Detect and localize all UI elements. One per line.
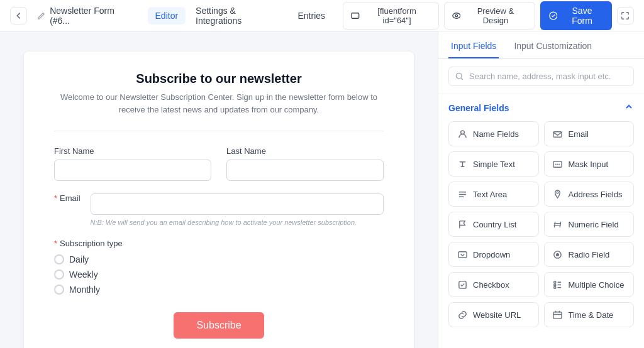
subscription-label: * Subscription type <box>54 239 384 248</box>
field-btn-website-url[interactable]: Website URL <box>448 302 539 327</box>
radio-weekly[interactable]: Weekly <box>54 269 384 280</box>
textarea-icon <box>457 188 468 200</box>
radio-circle-monthly <box>54 285 64 295</box>
save-label: Save Form <box>561 6 602 26</box>
svg-rect-9 <box>458 251 466 257</box>
subscription-label-text: Subscription type <box>60 239 123 248</box>
field-btn-multiple-choice[interactable]: Multiple Choice <box>544 272 635 297</box>
svg-point-5 <box>460 130 464 134</box>
expand-button[interactable] <box>617 7 634 24</box>
topbar-nav: Editor Settings & Integrations Entries <box>148 2 333 30</box>
text-icon <box>457 158 468 170</box>
panel-search-area <box>438 59 644 94</box>
radio-weekly-label: Weekly <box>69 269 98 280</box>
field-label: Name Fields <box>473 129 519 139</box>
svg-point-1 <box>452 13 460 18</box>
field-label: Email <box>569 129 589 139</box>
field-btn-checkbox[interactable]: Checkbox <box>448 272 539 297</box>
topbar: Newsletter Form (#6... Editor Settings &… <box>0 0 644 31</box>
form-divider <box>54 131 384 131</box>
radio-monthly[interactable]: Monthly <box>54 285 384 295</box>
dropdown-icon <box>457 249 468 260</box>
first-name-label: First Name <box>54 146 211 156</box>
search-icon <box>455 72 464 81</box>
link-icon <box>457 309 468 320</box>
field-btn-text-area[interactable]: Text Area <box>448 182 539 207</box>
list-icon <box>552 279 564 290</box>
right-panel: Input Fields Input Customization General… <box>438 31 644 348</box>
fields-grid: Name Fields Email Simple Text Mask Input… <box>448 121 634 327</box>
tab-settings[interactable]: Settings & Integrations <box>188 2 287 30</box>
tab-editor[interactable]: Editor <box>148 7 186 24</box>
field-btn-name-fields[interactable]: Name Fields <box>448 121 539 146</box>
tab-entries[interactable]: Entries <box>290 7 333 24</box>
flag-icon <box>457 219 468 230</box>
field-label: Checkbox <box>473 280 509 290</box>
radio-daily[interactable]: Daily <box>54 254 384 264</box>
email-label: * Email <box>54 193 80 203</box>
tab-input-customization[interactable]: Input Customization <box>511 41 594 58</box>
field-label: Multiple Choice <box>569 280 625 290</box>
tab-input-fields[interactable]: Input Fields <box>448 41 499 58</box>
submit-button[interactable]: Subscribe <box>174 312 264 339</box>
field-btn-numeric-field[interactable]: Numeric Field <box>544 212 635 237</box>
field-btn-mask-input[interactable]: Mask Input <box>544 151 635 177</box>
radio-daily-label: Daily <box>69 254 89 264</box>
shortcode-label: [fluentform id="64"] <box>364 6 431 25</box>
field-btn-radio-field[interactable]: Radio Field <box>544 242 635 267</box>
field-label: Radio Field <box>569 250 610 259</box>
radio-circle-daily <box>54 254 64 264</box>
field-btn-email[interactable]: Email <box>544 121 635 146</box>
svg-rect-0 <box>352 13 359 18</box>
field-label: Dropdown <box>473 250 510 259</box>
svg-rect-14 <box>554 284 556 286</box>
svg-point-11 <box>557 253 559 256</box>
email-row: * Email N:B: We will send you an email d… <box>54 193 384 226</box>
shortcode-button[interactable]: [fluentform id="64"] <box>343 2 438 30</box>
editor-pane: Subscribe to our newsletter Welcome to o… <box>0 31 438 348</box>
checkbox-icon <box>457 279 468 290</box>
section-toggle[interactable] <box>624 102 634 114</box>
email-required-star: * <box>54 193 57 203</box>
form-description: Welcome to our Newsletter Subscription C… <box>54 91 384 116</box>
section-title: General Fields <box>448 103 509 113</box>
form-card: Subscribe to our newsletter Welcome to o… <box>24 52 414 348</box>
form-title-text: Newsletter Form (#6... <box>50 6 135 26</box>
calendar-icon <box>552 309 564 320</box>
search-input[interactable] <box>469 72 627 81</box>
field-btn-time-&-date[interactable]: Time & Date <box>544 302 635 327</box>
field-label: Address Fields <box>569 190 623 199</box>
field-btn-address-fields[interactable]: Address Fields <box>544 182 635 207</box>
email-input[interactable] <box>91 193 384 215</box>
email-label-text: Email <box>60 193 80 203</box>
field-btn-country-list[interactable]: Country List <box>448 212 539 237</box>
name-row: First Name Last Name <box>54 146 384 181</box>
field-btn-dropdown[interactable]: Dropdown <box>448 242 539 267</box>
subscription-section: * Subscription type Daily Weekly Monthly <box>54 239 384 295</box>
last-name-input[interactable] <box>226 160 384 181</box>
submit-wrap: Subscribe <box>54 312 384 339</box>
save-button[interactable]: Save Form <box>540 1 612 30</box>
panel-tabs: Input Fields Input Customization <box>438 31 644 59</box>
email-note: N:B: We will send you an email describin… <box>91 219 384 226</box>
section-header: General Fields <box>448 102 634 114</box>
address-icon <box>552 188 564 200</box>
person-icon <box>457 128 468 139</box>
field-label: Simple Text <box>473 160 515 169</box>
back-button[interactable] <box>10 7 27 24</box>
svg-rect-16 <box>553 312 562 318</box>
svg-point-2 <box>455 14 457 16</box>
hash-icon <box>552 219 564 230</box>
svg-point-8 <box>557 192 558 193</box>
email-icon <box>552 128 564 139</box>
subscription-required-star: * <box>54 239 57 248</box>
preview-button[interactable]: Preview & Design <box>444 2 535 30</box>
svg-rect-13 <box>554 281 556 283</box>
field-btn-simple-text[interactable]: Simple Text <box>448 151 539 177</box>
radio-group: Daily Weekly Monthly <box>54 254 384 295</box>
field-label: Mask Input <box>569 160 609 169</box>
first-name-input[interactable] <box>54 160 211 181</box>
radio-monthly-label: Monthly <box>69 285 100 295</box>
field-label: Text Area <box>473 190 507 199</box>
form-title: Subscribe to our newsletter <box>54 72 384 86</box>
